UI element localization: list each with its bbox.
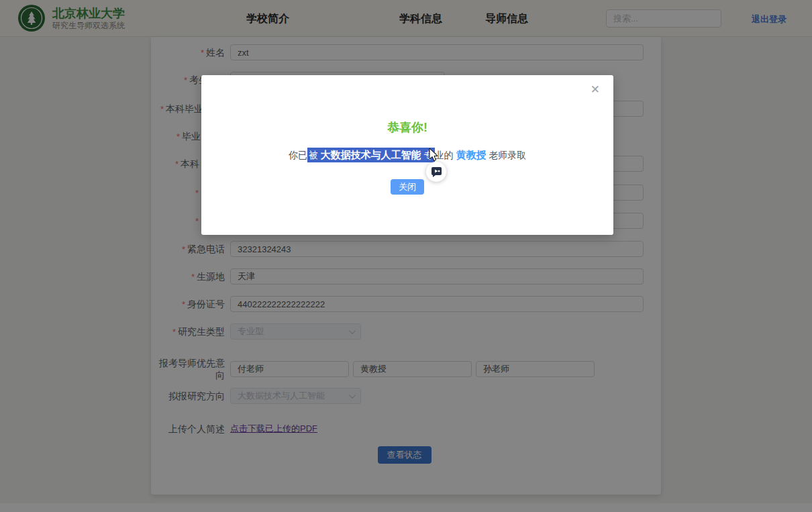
modal-title: 恭喜你! (201, 119, 613, 136)
close-icon[interactable]: ✕ (591, 84, 600, 95)
message-text-after: 老师录取 (486, 150, 526, 160)
translate-popup-icon[interactable] (426, 162, 446, 182)
close-modal-button[interactable]: 关闭 (391, 179, 424, 195)
selected-text: 被 大数据技术与人工智能 专 (307, 148, 435, 162)
selection-start: 被 (309, 150, 321, 160)
acceptance-message: 你已被 大数据技术与人工智能 专业的 黄教授 老师录取 (201, 149, 613, 162)
major-name: 大数据技术与人工智能 (321, 149, 421, 160)
translate-bubble-glyph (431, 166, 442, 178)
teacher-name: 黄教授 (456, 149, 486, 160)
page: 北京林业大学 研究生导师双选系统 学校简介 学科信息 导师信息 退出登录 姓名 … (0, 0, 812, 512)
acceptance-modal: ✕ 恭喜你! 你已被 大数据技术与人工智能 专业的 黄教授 老师录取 关闭 (201, 75, 613, 235)
message-text-before: 你已 (289, 150, 307, 160)
mouse-cursor-icon (428, 148, 438, 162)
